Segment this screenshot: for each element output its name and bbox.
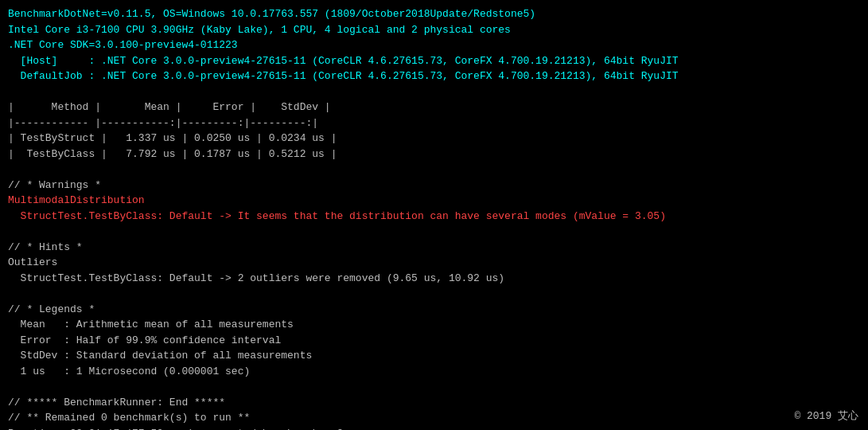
line-legend-stddev: StdDev : Standard deviation of all measu… <box>8 348 860 364</box>
line-blank4 <box>8 286 860 302</box>
line-blank5 <box>8 379 860 395</box>
line-blank3 <box>8 224 860 240</box>
line-remained: // ** Remained 0 benchmark(s) to run ** <box>8 410 860 426</box>
benchmark-table: | Method | Mean | Error | StdDev | |----… <box>8 100 860 162</box>
table-separator-row: |------------ |-----------:|---------:|-… <box>8 115 860 131</box>
line-blank2 <box>8 162 860 178</box>
line-sdk: .NET Core SDK=3.0.100-preview4-011223 <box>8 37 860 53</box>
line-runner-end: // ***** BenchmarkRunner: End ***** <box>8 395 860 411</box>
line-warnings-header: // * Warnings * <box>8 178 860 194</box>
table-row-struct: | TestByStruct | 1.337 us | 0.0250 us | … <box>8 131 860 147</box>
line-hints-header: // * Hints * <box>8 240 860 256</box>
line-legend-us: 1 us : 1 Microsecond (0.000001 sec) <box>8 364 860 380</box>
line-outliers-detail: StructTest.TestByClass: Default -> 2 out… <box>8 271 860 287</box>
line-multimodal-detail: StructTest.TestByClass: Default -> It se… <box>8 209 860 225</box>
table-row-class: | TestByClass | 7.792 us | 0.1787 us | 0… <box>8 147 860 162</box>
line-blank1 <box>8 84 860 100</box>
line-runtime: Run time: 00:01:17 (77.59 sec), executed… <box>8 426 860 431</box>
line-legends-header: // * Legends * <box>8 302 860 318</box>
copyright-text: © 2019 艾心 <box>794 408 858 424</box>
terminal: BenchmarkDotNet=v0.11.5, OS=Windows 10.0… <box>0 0 868 430</box>
line-multimodal-label: MultimodalDistribution <box>8 193 860 209</box>
line-outliers-label: Outliers <box>8 255 860 271</box>
line-legend-mean: Mean : Arithmetic mean of all measuremen… <box>8 317 860 333</box>
table-header-row: | Method | Mean | Error | StdDev | <box>8 100 860 115</box>
line-benchmark-version: BenchmarkDotNet=v0.11.5, OS=Windows 10.0… <box>8 6 860 22</box>
line-host: [Host] : .NET Core 3.0.0-preview4-27615-… <box>8 53 860 69</box>
line-cpu-info: Intel Core i3-7100 CPU 3.90GHz (Kaby Lak… <box>8 22 860 38</box>
line-defaultjob: DefaultJob : .NET Core 3.0.0-preview4-27… <box>8 68 860 84</box>
line-legend-error: Error : Half of 99.9% confidence interva… <box>8 333 860 349</box>
